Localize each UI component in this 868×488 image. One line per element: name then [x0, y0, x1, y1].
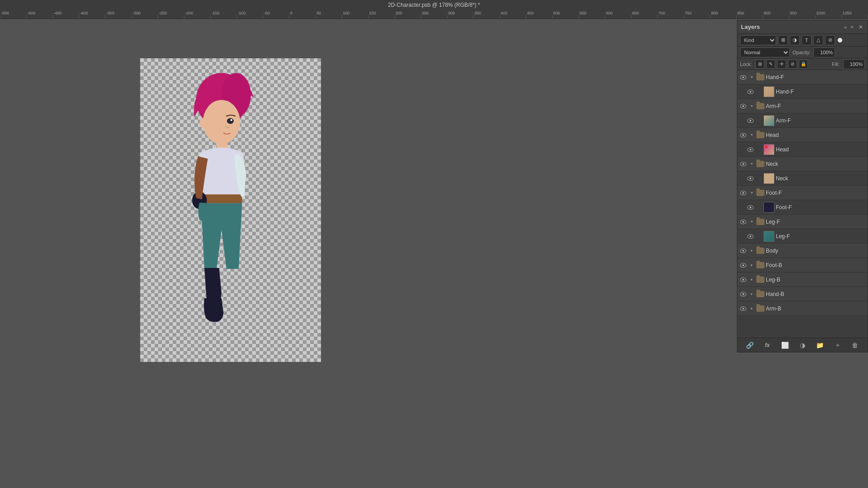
layer-row-arm-b-group[interactable]: ▸Arm-B [737, 301, 868, 316]
blend-mode-dropdown[interactable]: Normal [740, 47, 790, 57]
delete-layer-button[interactable]: 🗑 [850, 340, 860, 350]
canvas-area [0, 20, 344, 488]
layer-row-foot-f-layer[interactable]: Foot-F [737, 200, 868, 215]
svg-text:-200: -200 [185, 11, 193, 16]
layer-name-hand-f-group: Hand-F [766, 74, 866, 80]
layer-name-foot-b-group: Foot-B [766, 262, 866, 268]
collapse-toggle-foot-b-group[interactable]: ▸ [749, 262, 755, 268]
collapse-toggle-leg-f-group[interactable]: ▾ [749, 219, 755, 225]
visibility-toggle-leg-b-group[interactable] [739, 276, 747, 284]
visibility-toggle-foot-f-layer[interactable] [746, 203, 755, 211]
layer-row-leg-b-group[interactable]: ▸Leg-B [737, 272, 868, 287]
collapse-toggle-arm-b-group[interactable]: ▸ [749, 305, 755, 312]
layer-row-leg-f-group[interactable]: ▾Leg-F [737, 215, 868, 229]
layer-row-head-layer[interactable]: Head [737, 142, 868, 157]
svg-text:600: 600 [606, 11, 613, 16]
lock-move-button[interactable]: ✛ [777, 60, 786, 69]
filter-kind-dropdown[interactable]: Kind [740, 35, 776, 45]
lock-artboard-button[interactable]: ⊘ [788, 60, 797, 69]
filter-adjust-button[interactable]: ◑ [790, 35, 800, 45]
layer-name-leg-f-group: Leg-F [766, 219, 866, 225]
fx-button[interactable]: fx [762, 340, 772, 350]
visibility-toggle-arm-f-layer[interactable] [746, 117, 755, 125]
filter-text-button[interactable]: T [802, 35, 811, 45]
collapse-toggle-neck-group[interactable]: ▾ [749, 161, 755, 167]
new-group-button[interactable]: 📁 [815, 340, 825, 350]
visibility-toggle-hand-f-layer[interactable] [746, 88, 755, 96]
visibility-toggle-hand-f-group[interactable] [739, 73, 747, 81]
visibility-toggle-body-group[interactable] [739, 247, 747, 255]
new-layer-button[interactable]: ＋ [833, 340, 843, 350]
svg-text:0: 0 [290, 11, 292, 16]
collapse-toggle-foot-f-group[interactable]: ▾ [749, 190, 755, 196]
visibility-toggle-leg-f-group[interactable] [739, 218, 747, 226]
document-title: 2D-Character.psb @ 178% (RGB/8*) * [388, 2, 480, 8]
svg-text:-50: -50 [264, 11, 270, 16]
svg-text:-300: -300 [132, 11, 141, 16]
layer-row-arm-f-layer[interactable]: Arm-F [737, 113, 868, 128]
layer-row-head-group[interactable]: ▾Head [737, 128, 868, 142]
visibility-toggle-foot-b-group[interactable] [739, 261, 747, 269]
layer-row-hand-b-group[interactable]: ▸Hand-B [737, 287, 868, 301]
visibility-toggle-neck-layer[interactable] [746, 174, 755, 183]
visibility-toggle-arm-f-group[interactable] [739, 102, 747, 110]
layer-name-head-group: Head [766, 132, 866, 138]
panel-menu-icon[interactable]: ≡ [849, 23, 856, 31]
opacity-input[interactable] [813, 47, 835, 57]
filter-smart-button[interactable]: ⊘ [825, 35, 835, 45]
svg-text:300: 300 [448, 11, 455, 16]
lock-pixels-button[interactable]: ⊞ [755, 60, 764, 69]
svg-text:750: 750 [685, 11, 692, 16]
layer-name-neck-group: Neck [766, 161, 866, 167]
collapse-toggle-head-group[interactable]: ▾ [749, 132, 755, 138]
filter-toggle-dot[interactable] [838, 38, 842, 42]
link-layers-button[interactable]: 🔗 [745, 340, 755, 350]
folder-icon-leg-f-group [756, 219, 764, 225]
svg-text:950: 950 [790, 11, 797, 16]
close-panel-button[interactable]: ✕ [858, 24, 864, 30]
layer-row-hand-f-layer[interactable]: Hand-F [737, 84, 868, 99]
collapse-toggle-hand-b-group[interactable]: ▸ [749, 291, 755, 297]
svg-text:350: 350 [474, 11, 481, 16]
folder-icon-hand-b-group [756, 291, 764, 297]
layer-row-foot-b-group[interactable]: ▸Foot-B [737, 258, 868, 272]
svg-point-72 [227, 118, 234, 124]
visibility-toggle-head-group[interactable] [739, 131, 747, 139]
layer-name-hand-b-group: Hand-B [766, 291, 866, 297]
layer-row-foot-f-group[interactable]: ▾Foot-F [737, 186, 868, 200]
lock-all-button[interactable]: 🔒 [799, 60, 808, 69]
visibility-toggle-hand-b-group[interactable] [739, 290, 747, 298]
filter-shape-button[interactable]: △ [813, 35, 823, 45]
title-bar: 2D-Character.psb @ 178% (RGB/8*) * [0, 0, 868, 10]
layer-row-neck-layer[interactable]: Neck [737, 171, 868, 186]
collapse-panel-icon[interactable]: « [844, 24, 847, 30]
visibility-toggle-neck-group[interactable] [739, 160, 747, 168]
add-mask-button[interactable]: ⬜ [780, 340, 790, 350]
visibility-toggle-foot-f-group[interactable] [739, 189, 747, 197]
folder-icon-foot-b-group [756, 262, 764, 268]
lock-label: Lock: [740, 61, 752, 67]
layer-row-body-group[interactable]: ▸Body [737, 244, 868, 258]
layer-name-leg-f-layer: Leg-F [776, 233, 866, 239]
new-fill-button[interactable]: ◑ [797, 340, 807, 350]
fill-input[interactable] [843, 59, 865, 69]
collapse-toggle-hand-f-group[interactable]: ▾ [749, 74, 755, 80]
filter-pixel-button[interactable]: ⊞ [778, 35, 788, 45]
layer-thumb-hand-f-layer [764, 86, 774, 97]
visibility-toggle-leg-f-layer[interactable] [746, 232, 755, 240]
layer-row-leg-f-layer[interactable]: Leg-F [737, 229, 868, 244]
collapse-toggle-arm-f-group[interactable]: ▾ [749, 103, 755, 109]
visibility-toggle-arm-b-group[interactable] [739, 305, 747, 313]
layer-row-neck-group[interactable]: ▾Neck [737, 157, 868, 171]
collapse-toggle-body-group[interactable]: ▸ [749, 248, 755, 254]
layer-thumb-neck-layer [764, 173, 774, 184]
svg-text:900: 900 [764, 11, 770, 16]
layer-row-arm-f-group[interactable]: ▾Arm-F [737, 99, 868, 113]
folder-icon-hand-f-group [756, 74, 764, 80]
visibility-toggle-head-layer[interactable] [746, 145, 755, 154]
lock-draw-button[interactable]: ✎ [766, 60, 775, 69]
collapse-toggle-leg-b-group[interactable]: ▸ [749, 277, 755, 283]
svg-text:200: 200 [396, 11, 402, 16]
layer-row-hand-f-group[interactable]: ▾Hand-F [737, 70, 868, 84]
svg-point-74 [199, 118, 207, 128]
